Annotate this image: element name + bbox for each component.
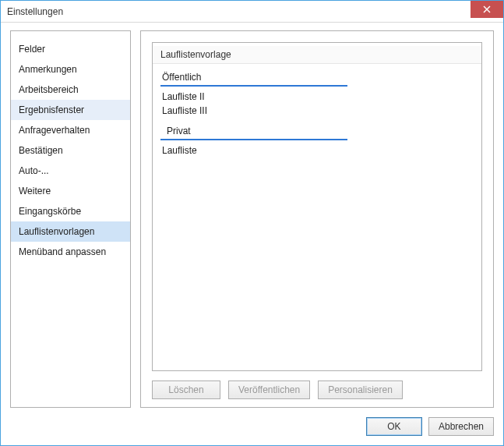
sidebar-item-label: Anmerkungen xyxy=(19,64,77,75)
titlebar: Einstellungen xyxy=(1,1,503,23)
ok-button[interactable]: OK xyxy=(366,417,422,436)
list-item[interactable]: Laufliste III xyxy=(153,104,481,118)
main-panel: Lauflistenvorlage Öffentlich Laufliste I… xyxy=(140,30,494,408)
template-listbox[interactable]: Lauflistenvorlage Öffentlich Laufliste I… xyxy=(152,42,482,371)
dialog-footer: OK Abbrechen xyxy=(1,409,503,445)
section-header-private: Privat xyxy=(160,122,347,140)
sidebar-item-lauflistenvorlagen[interactable]: Lauflistenvorlagen xyxy=(11,221,130,242)
panel-button-row: Löschen Veröffentlichen Personalisieren xyxy=(152,371,482,399)
sidebar-item-ergebnisfenster[interactable]: Ergebnisfenster xyxy=(11,100,130,120)
sidebar-item-arbeitsbereich[interactable]: Arbeitsbereich xyxy=(11,80,130,100)
settings-dialog: Einstellungen Felder Anmerkungen Arbeits… xyxy=(0,0,504,446)
sidebar-item-label: Ergebnisfenster xyxy=(19,104,84,115)
sidebar-item-auto[interactable]: Auto-... xyxy=(11,161,130,181)
sidebar-item-label: Menüband anpassen xyxy=(19,246,106,257)
sidebar-item-bestaetigen[interactable]: Bestätigen xyxy=(11,140,130,161)
sidebar-item-anfrageverhalten[interactable]: Anfrageverhalten xyxy=(11,120,130,140)
sidebar-item-label: Weitere xyxy=(19,186,51,196)
sidebar-item-label: Bestätigen xyxy=(19,145,63,156)
sidebar-item-menueband[interactable]: Menüband anpassen xyxy=(11,242,130,262)
cancel-button[interactable]: Abbrechen xyxy=(428,417,494,436)
window-title: Einstellungen xyxy=(7,6,63,17)
sidebar-item-label: Eingangskörbe xyxy=(19,206,81,217)
sidebar-item-label: Auto-... xyxy=(19,165,49,176)
sidebar: Felder Anmerkungen Arbeitsbereich Ergebn… xyxy=(10,30,131,408)
section-header-public: Öffentlich xyxy=(160,69,347,87)
sidebar-item-eingangskoerbe[interactable]: Eingangskörbe xyxy=(11,201,130,221)
close-button[interactable] xyxy=(471,1,503,18)
sidebar-item-weitere[interactable]: Weitere xyxy=(11,181,130,201)
dialog-body: Felder Anmerkungen Arbeitsbereich Ergebn… xyxy=(1,23,503,409)
sidebar-item-felder[interactable]: Felder xyxy=(11,39,130,59)
sidebar-item-label: Lauflistenvorlagen xyxy=(19,226,94,237)
sidebar-item-anmerkungen[interactable]: Anmerkungen xyxy=(11,59,130,80)
listbox-heading: Lauflistenvorlage xyxy=(153,46,481,64)
delete-button[interactable]: Löschen xyxy=(152,381,220,399)
sidebar-item-label: Arbeitsbereich xyxy=(19,84,79,95)
personalize-button[interactable]: Personalisieren xyxy=(318,381,403,399)
publish-button[interactable]: Veröffentlichen xyxy=(228,381,310,399)
list-item[interactable]: Laufliste xyxy=(153,140,481,158)
close-icon xyxy=(483,5,491,13)
sidebar-item-label: Anfrageverhalten xyxy=(19,125,90,136)
sidebar-item-label: Felder xyxy=(19,44,45,55)
list-item[interactable]: Laufliste II xyxy=(153,87,481,104)
